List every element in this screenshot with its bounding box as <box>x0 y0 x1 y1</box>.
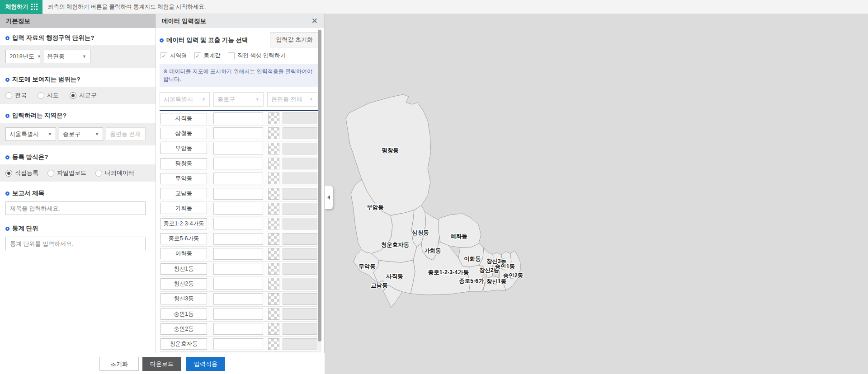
color-swatch[interactable] <box>268 158 279 169</box>
panel-scrollbar[interactable] <box>318 29 321 352</box>
try-button-label: 체험하기 <box>5 3 28 11</box>
color-swatch[interactable] <box>268 308 279 320</box>
district-value-input[interactable] <box>213 127 263 139</box>
color-swatch[interactable] <box>268 218 279 229</box>
close-icon[interactable]: ✕ <box>311 14 318 28</box>
district-value-input[interactable] <box>213 233 263 245</box>
district-value-input[interactable] <box>213 263 263 275</box>
map-scope-radio[interactable]: 시군구 <box>70 91 97 99</box>
district-name-box[interactable]: 부암동 <box>160 143 207 154</box>
admin-unit-select[interactable]: 읍면동▼ <box>43 50 90 63</box>
color-swatch[interactable] <box>268 278 279 290</box>
color-swatch[interactable] <box>268 233 279 245</box>
display-option-checkbox[interactable]: ✓지역명 <box>160 52 187 60</box>
reset-button[interactable]: 초기화 <box>99 357 139 371</box>
district-name-box[interactable]: 숭인1동 <box>160 309 207 320</box>
checkbox-icon: ✓ <box>160 52 167 59</box>
sido-select[interactable]: 서울특별시▼ <box>5 127 56 141</box>
try-button[interactable]: 체험하기 <box>0 0 42 14</box>
color-swatch[interactable] <box>268 188 279 200</box>
table-row: 종로1·2·3·4가동 <box>160 216 321 231</box>
color-swatch[interactable] <box>268 112 279 124</box>
bullet-icon <box>5 155 9 159</box>
color-swatch[interactable] <box>268 143 279 154</box>
reset-values-button[interactable]: 입력값 초기화 <box>270 32 319 47</box>
table-row: 숭인2동 <box>160 322 321 337</box>
register-method-question: 등록 방식은? <box>0 147 156 164</box>
download-button[interactable]: 다운로드 <box>142 357 181 371</box>
district-value-input[interactable] <box>213 308 263 320</box>
sigungu-select[interactable]: 종로구▼ <box>59 127 103 141</box>
filter-sido-select: 서울특별시▼ <box>160 92 210 107</box>
district-name-box[interactable]: 가회동 <box>160 203 207 214</box>
district-name-box[interactable]: 창신1동 <box>160 263 207 275</box>
map-area[interactable]: 평창동부암동청운효자동삼청동가회동혜화동이화동무악동사직동교남동종로1·2·3·… <box>325 14 868 374</box>
color-value-box <box>283 248 317 260</box>
district-value-input[interactable] <box>213 218 263 229</box>
district-polygon[interactable] <box>439 214 481 248</box>
district-name-box[interactable]: 교남동 <box>160 188 207 199</box>
district-value-input[interactable] <box>213 338 263 350</box>
district-name-box[interactable]: 이화동 <box>160 248 207 259</box>
district-value-input[interactable] <box>213 112 263 124</box>
district-name-box[interactable]: 사직동 <box>160 113 207 124</box>
color-swatch[interactable] <box>268 323 279 335</box>
district-value-input[interactable] <box>213 143 263 154</box>
stat-unit-input[interactable] <box>5 237 146 250</box>
bullet-icon <box>5 36 9 40</box>
color-swatch[interactable] <box>268 203 279 215</box>
register-method-radio[interactable]: 파일업로드 <box>47 169 86 177</box>
table-row: 삼청동 <box>160 126 321 141</box>
district-name-box[interactable]: 삼청동 <box>160 128 207 139</box>
district-name-box[interactable]: 무악동 <box>160 173 207 184</box>
district-value-input[interactable] <box>213 173 263 184</box>
color-value-box <box>283 158 317 169</box>
district-name-box[interactable]: 종로5·6가동 <box>160 233 207 244</box>
district-value-input[interactable] <box>213 293 263 305</box>
map-scope-radio[interactable]: 전국 <box>5 91 27 99</box>
register-method-radio[interactable]: 직접등록 <box>5 169 38 177</box>
district-value-input[interactable] <box>213 188 263 200</box>
radio-icon <box>5 92 12 99</box>
district-label: 종로5·6가 <box>459 278 484 284</box>
radio-label: 전국 <box>15 91 27 99</box>
color-swatch[interactable] <box>268 293 279 305</box>
footer-bar: 초기화 다운로드 입력적용 <box>0 353 325 374</box>
district-name-box[interactable]: 숭인2동 <box>160 323 207 335</box>
scrollbar-thumb[interactable] <box>318 30 321 341</box>
color-value-box <box>283 338 317 350</box>
district-value-input[interactable] <box>213 158 263 169</box>
register-method-radio[interactable]: 나의데이터 <box>95 169 134 177</box>
district-label: 숭인1동 <box>495 263 515 270</box>
color-swatch[interactable] <box>268 263 279 275</box>
color-swatch[interactable] <box>268 127 279 139</box>
radio-label: 직접등록 <box>15 169 38 177</box>
color-swatch[interactable] <box>268 173 279 184</box>
radio-label: 파일업로드 <box>57 169 86 177</box>
panel-collapse-handle[interactable] <box>325 186 333 209</box>
color-value-box <box>283 293 317 305</box>
display-option-checkbox[interactable]: ✓통계값 <box>194 52 221 60</box>
district-name-box[interactable]: 평창동 <box>160 158 207 169</box>
color-value-box <box>283 218 317 229</box>
filter-emd-select: 읍면동 전체▼ <box>267 92 317 107</box>
display-option-checkbox[interactable]: 직접 색상 입력하기 <box>228 52 286 60</box>
map-scope-radio[interactable]: 시도 <box>38 91 59 99</box>
district-name-box[interactable]: 창신3동 <box>160 293 207 304</box>
district-value-input[interactable] <box>213 323 263 335</box>
district-value-input[interactable] <box>213 248 263 260</box>
year-select[interactable]: 2018년도▼ <box>5 50 40 63</box>
grid-icon <box>31 4 38 10</box>
district-name-box[interactable]: 청운효자동 <box>160 338 207 350</box>
radio-icon <box>5 170 12 177</box>
district-value-input[interactable] <box>213 278 263 290</box>
report-title-input[interactable] <box>5 201 146 215</box>
district-name-box[interactable]: 종로1·2·3·4가동 <box>160 218 207 229</box>
district-value-input[interactable] <box>213 203 263 215</box>
district-label: 숭인2동 <box>503 272 523 279</box>
color-swatch[interactable] <box>268 248 279 260</box>
chevron-left-icon <box>327 195 330 200</box>
apply-button[interactable]: 입력적용 <box>186 357 225 371</box>
district-name-box[interactable]: 창신2동 <box>160 278 207 290</box>
color-swatch[interactable] <box>268 338 279 350</box>
